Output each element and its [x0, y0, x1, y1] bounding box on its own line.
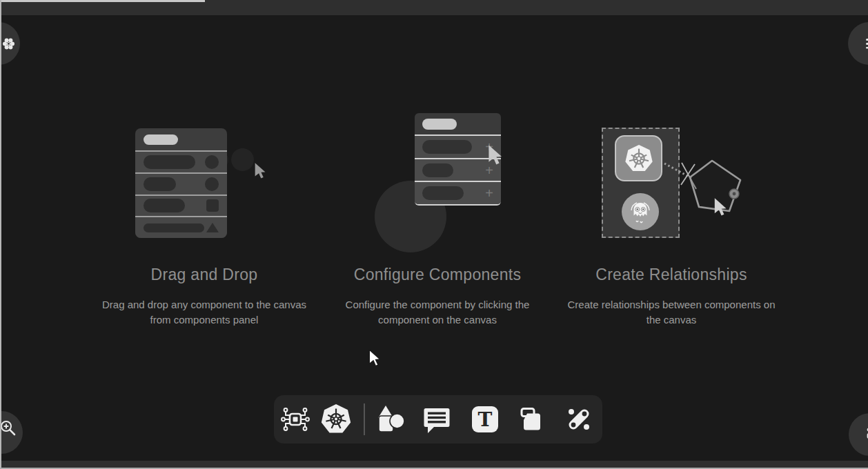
flower-menu-icon — [2, 37, 15, 50]
hint-desc-drag-and-drop: Drag and drop any component to the canva… — [94, 297, 315, 328]
components-graph-icon[interactable] — [279, 403, 312, 436]
right-top-fab[interactable] — [848, 22, 868, 65]
drag-ghost-circle — [231, 148, 254, 171]
right-bottom-fab[interactable] — [849, 413, 868, 456]
squid-mascot-node — [622, 193, 659, 230]
row-pill — [144, 155, 195, 169]
clipped-action-icon — [865, 37, 868, 50]
hint-desc-configure-components: Configure the component by clicking the … — [327, 297, 548, 328]
canvas-toolbar: T — [274, 395, 602, 443]
component-row — [135, 172, 227, 194]
window-left-border — [0, 0, 1, 469]
component-row — [135, 194, 227, 217]
zoom-fab[interactable] — [0, 411, 23, 454]
row-pill — [144, 199, 185, 212]
top-bar — [0, 0, 868, 15]
bottom-bar — [0, 461, 868, 468]
plus-icon: + — [485, 163, 493, 177]
kubernetes-logo — [623, 143, 655, 174]
toolbar-divider — [364, 403, 365, 435]
config-row: + — [415, 181, 501, 204]
drag-cursor-icon — [253, 162, 267, 179]
hint-title-configure-components: Configure Components — [313, 266, 562, 284]
square-shape — [206, 199, 219, 212]
comment-icon[interactable] — [420, 403, 453, 436]
relationship-link-icon[interactable] — [562, 403, 595, 436]
kubernetes-node — [615, 135, 662, 181]
kubernetes-icon[interactable] — [319, 403, 353, 436]
component-row — [135, 150, 227, 172]
squid-mascot-logo — [628, 199, 653, 225]
triangle-shape — [206, 223, 219, 232]
canvas-page: { "colors": { "canvas_bg": "#1a1a1a", "b… — [0, 0, 868, 469]
hint-title-drag-and-drop: Drag and Drop — [80, 266, 328, 284]
row-pill — [144, 177, 176, 191]
zoom-in-icon — [0, 419, 17, 437]
relationship-cursor-icon — [712, 197, 728, 216]
clipped-action-icon — [865, 427, 868, 442]
shapes-icon[interactable] — [374, 403, 407, 436]
hint-title-create-relationships: Create Relationships — [547, 266, 796, 284]
header-pill — [422, 119, 457, 130]
text-icon[interactable]: T — [468, 403, 502, 436]
row-pill — [422, 163, 453, 177]
menu-fab[interactable] — [0, 22, 20, 65]
header-pill — [144, 134, 178, 145]
configure-cursor-icon — [486, 144, 504, 165]
row-pill — [422, 186, 464, 200]
panel-header — [135, 128, 227, 150]
mouse-cursor — [368, 349, 380, 366]
row-pill — [422, 140, 472, 154]
panel-header — [415, 113, 501, 134]
components-panel-illustration — [135, 128, 227, 238]
hint-desc-create-relationships: Create relationships between components … — [561, 297, 782, 328]
loading-progress-line — [0, 0, 205, 2]
save-icon[interactable] — [516, 403, 549, 436]
circle-shape — [205, 155, 219, 169]
plus-icon: + — [485, 186, 493, 200]
circle-shape — [205, 177, 219, 191]
svg-text:T: T — [478, 408, 493, 431]
component-row — [135, 216, 227, 238]
row-pill — [144, 223, 204, 232]
